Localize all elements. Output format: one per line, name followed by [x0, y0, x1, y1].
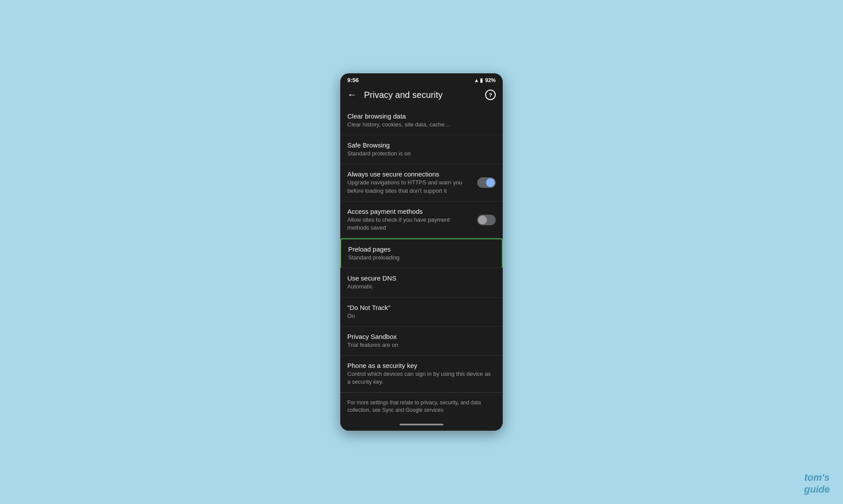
settings-item-title: Access payment methods [347, 208, 473, 215]
settings-item-subtitle: Trial features are on [347, 341, 491, 349]
settings-item-secure-connections[interactable]: Always use secure connections Upgrade na… [340, 164, 503, 201]
settings-item-content: Safe Browsing Standard protection is on [347, 141, 496, 158]
settings-item-title: Privacy Sandbox [347, 333, 491, 340]
secure-connections-toggle[interactable] [477, 177, 496, 188]
back-button[interactable]: ← [347, 90, 357, 100]
home-indicator [340, 420, 503, 431]
status-bar: 9:56 ▴ ▮ 92% [340, 73, 503, 85]
settings-item-subtitle: Allow sites to check if you have payment… [347, 216, 473, 232]
page-title: Privacy and security [364, 90, 478, 100]
settings-item-subtitle: On [347, 312, 491, 320]
settings-item-subtitle: Control which devices can sign in by usi… [347, 370, 491, 386]
settings-item-privacy-sandbox[interactable]: Privacy Sandbox Trial features are on [340, 327, 503, 356]
settings-item-subtitle: Automatic [347, 283, 491, 291]
settings-item-do-not-track[interactable]: "Do Not Track" On [340, 298, 503, 327]
toms-guide-watermark: tom's guide [804, 472, 830, 495]
help-button[interactable]: ? [485, 90, 496, 100]
phone-frame: 9:56 ▴ ▮ 92% ← Privacy and security ? Cl… [340, 73, 503, 431]
settings-item-clear-browsing-data[interactable]: Clear browsing data Clear history, cooki… [340, 106, 503, 135]
settings-item-phone-security-key[interactable]: Phone as a security key Control which de… [340, 356, 503, 392]
settings-item-content: Access payment methods Allow sites to ch… [347, 208, 477, 232]
settings-item-content: Phone as a security key Control which de… [347, 362, 496, 386]
settings-item-subtitle: Upgrade navigations to HTTPS and warn yo… [347, 179, 473, 194]
page-header: ← Privacy and security ? [340, 85, 503, 106]
help-icon: ? [489, 92, 492, 98]
settings-item-title: Preload pages [348, 245, 490, 253]
battery-icon: ▮ [480, 77, 483, 83]
settings-item-content: Use secure DNS Automatic [347, 274, 496, 291]
payment-methods-toggle[interactable] [477, 215, 496, 225]
settings-item-subtitle: Standard protection is on [347, 150, 491, 158]
settings-item-title: Phone as a security key [347, 362, 491, 369]
settings-item-subtitle: Clear history, cookies, site data, cache… [347, 121, 491, 129]
settings-item-safe-browsing[interactable]: Safe Browsing Standard protection is on [340, 135, 503, 164]
settings-item-subtitle: Standard preloading [348, 254, 490, 262]
settings-item-secure-dns[interactable]: Use secure DNS Automatic [340, 268, 503, 297]
settings-item-title: "Do Not Track" [347, 304, 491, 311]
battery-percentage: 92% [485, 77, 496, 83]
time-display: 9:56 [347, 77, 359, 83]
settings-item-preload-pages[interactable]: Preload pages Standard preloading [340, 238, 503, 268]
settings-item-payment-methods[interactable]: Access payment methods Allow sites to ch… [340, 202, 503, 238]
settings-item-title: Use secure DNS [347, 274, 491, 282]
footer-note-text: For more settings that relate to privacy… [347, 400, 481, 413]
settings-item-content: Always use secure connections Upgrade na… [347, 170, 477, 194]
settings-list: Clear browsing data Clear history, cooki… [340, 106, 503, 420]
home-bar [400, 424, 443, 425]
settings-item-content: Clear browsing data Clear history, cooki… [347, 112, 496, 129]
settings-item-title: Safe Browsing [347, 141, 491, 149]
wifi-icon: ▴ [475, 77, 478, 83]
status-icons: ▴ ▮ 92% [475, 77, 496, 83]
settings-item-content: Preload pages Standard preloading [348, 245, 495, 262]
settings-item-content: Privacy Sandbox Trial features are on [347, 333, 496, 349]
settings-item-content: "Do Not Track" On [347, 304, 496, 320]
settings-item-title: Always use secure connections [347, 170, 473, 178]
toms-guide-line2: guide [804, 484, 830, 495]
settings-item-title: Clear browsing data [347, 112, 491, 120]
toms-guide-line1: tom's [804, 472, 830, 483]
footer-note: For more settings that relate to privacy… [340, 392, 503, 420]
